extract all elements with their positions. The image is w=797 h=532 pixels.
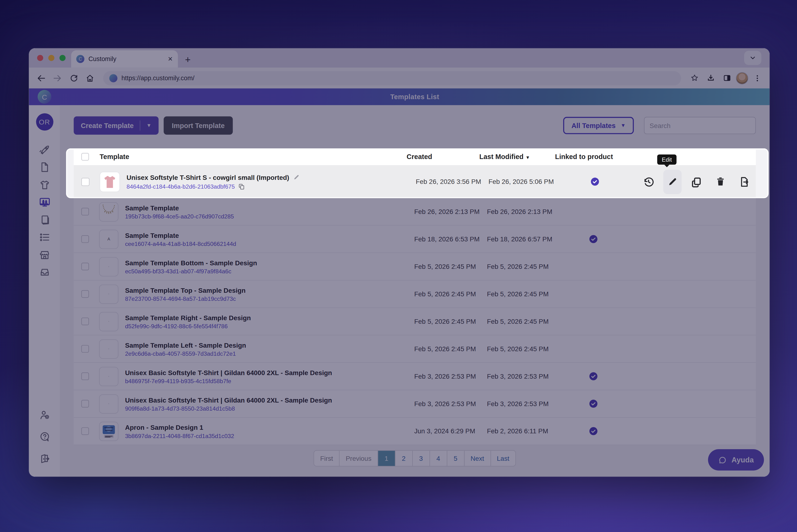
template-filter-dropdown[interactable]: All Templates ▼ <box>564 117 634 134</box>
table-row[interactable]: Unisex Softstyle T-Shirt S - cowgirl sma… <box>74 165 756 198</box>
table-row[interactable]: · Unisex Basic Softstyle T-Shirt | Gilda… <box>74 390 756 418</box>
table-row[interactable]: · Sample Template Top - Sample Design 87… <box>74 281 756 308</box>
sidebar-item-pages-icon[interactable] <box>38 213 51 227</box>
row-action-edit-pencil-icon[interactable] <box>663 169 682 194</box>
modified-cell: Feb 5, 2026 2:45 PM <box>487 318 563 325</box>
template-id-link[interactable]: b486975f-7e99-4119-b935-4c15fd58b7fe <box>125 378 231 384</box>
table-row[interactable]: A Sample Template cee16074-a44a-41a8-b18… <box>74 226 756 253</box>
tab-close-icon[interactable]: ✕ <box>168 55 173 62</box>
template-id-link[interactable]: 87e23700-8574-4694-8a57-1ab19cc9d73c <box>125 296 236 302</box>
browser-menu-icon[interactable] <box>750 71 764 85</box>
sidebar-item-file-icon[interactable] <box>38 160 51 174</box>
sidebar-item-store-icon[interactable] <box>38 248 51 262</box>
caret-down-icon[interactable]: ▼ <box>147 123 151 128</box>
template-id-link[interactable]: ec50a495-bf33-43d1-ab07-4f97a9f84a6c <box>125 268 231 274</box>
sidebar-item-help-icon[interactable] <box>38 430 51 443</box>
row-checkbox[interactable] <box>81 263 89 270</box>
favicon: C <box>76 55 84 63</box>
sidebar-item-rocket-icon[interactable] <box>38 143 51 156</box>
column-last-modified[interactable]: Last Modified ▼ <box>479 153 555 160</box>
created-cell: Feb 26, 2026 3:56 PM <box>416 178 489 185</box>
sidebar-item-list-icon[interactable] <box>38 231 51 244</box>
row-checkbox[interactable] <box>81 235 89 243</box>
template-id-link[interactable]: 909f6a8d-1a73-4d73-8550-23a814d1c5b8 <box>125 405 235 411</box>
row-action-export-icon[interactable] <box>735 170 753 193</box>
pagination-first[interactable]: First <box>314 451 339 466</box>
template-id-link[interactable]: 2e9c6d6a-cba6-4057-8559-7d3ad1dc72e1 <box>125 350 236 356</box>
new-tab-button[interactable]: + <box>185 55 191 64</box>
pagination-previous[interactable]: Previous <box>339 451 377 466</box>
download-icon[interactable] <box>704 71 718 85</box>
back-button[interactable] <box>34 71 48 85</box>
pagination-next[interactable]: Next <box>464 451 490 466</box>
sidebar-item-inbox-icon[interactable] <box>38 266 51 279</box>
row-checkbox[interactable] <box>81 373 89 380</box>
minimize-window-button[interactable] <box>48 55 54 61</box>
template-id-link[interactable]: 3b8697da-2211-4048-8f67-cd1a35d1c032 <box>125 433 234 439</box>
bookmark-star-icon[interactable] <box>687 71 701 85</box>
browser-tab[interactable]: C Customily ✕ <box>71 51 178 68</box>
template-id-link[interactable]: d52fe99c-9dfc-4192-88c6-5fe554f4f786 <box>125 323 228 329</box>
row-checkbox[interactable] <box>81 318 89 325</box>
template-name: Unisex Basic Softstyle T-Shirt | Gildan … <box>125 369 332 376</box>
row-checkbox[interactable] <box>81 208 89 215</box>
rename-pencil-icon[interactable] <box>293 174 300 181</box>
close-window-button[interactable] <box>37 55 43 61</box>
home-button[interactable] <box>83 71 97 85</box>
row-checkbox[interactable] <box>81 177 90 186</box>
template-id-link[interactable]: 195b73cb-9f68-4ce5-aa20-c76d907cd285 <box>125 213 234 220</box>
table-row[interactable]: · Sample Template Left - Sample Design 2… <box>74 335 756 363</box>
template-id-link[interactable]: cee16074-a44a-41a8-b184-8cd50662144d <box>125 241 236 247</box>
row-action-history-icon[interactable] <box>640 170 658 193</box>
sidebar-item-account-settings-icon[interactable] <box>38 408 51 421</box>
column-template[interactable]: Template <box>100 153 406 160</box>
created-cell: Feb 5, 2026 2:45 PM <box>414 345 487 353</box>
forward-button[interactable] <box>51 71 64 85</box>
column-linked[interactable]: Linked to product <box>555 153 631 160</box>
sidebar-item-design-monitor-icon[interactable] <box>38 196 51 209</box>
pagination-5[interactable]: 5 <box>447 451 464 466</box>
side-panel-icon[interactable] <box>720 71 734 85</box>
table-row[interactable]: · Sample Template Bottom - Sample Design… <box>74 253 756 281</box>
row-checkbox[interactable] <box>81 428 89 435</box>
row-checkbox[interactable] <box>81 345 89 353</box>
help-button[interactable]: Ayuda <box>708 449 764 471</box>
table-row[interactable]: · Unisex Basic Softstyle T-Shirt | Gilda… <box>74 363 756 390</box>
pagination-1[interactable]: 1 <box>377 451 395 466</box>
row-checkbox[interactable] <box>81 400 89 407</box>
create-template-button[interactable]: Create Template ▼ <box>74 116 158 135</box>
browser-toolbar: https://app.customily.com/ <box>29 68 769 89</box>
select-all-checkbox[interactable] <box>81 153 89 160</box>
column-created[interactable]: Created <box>406 153 479 160</box>
address-bar[interactable]: https://app.customily.com/ <box>103 71 681 85</box>
user-avatar[interactable]: OR <box>36 113 53 131</box>
row-action-delete-icon[interactable] <box>711 170 729 193</box>
pagination-last[interactable]: Last <box>490 451 515 466</box>
zoom-window-button[interactable] <box>59 55 65 61</box>
sidebar-item-tshirt-icon[interactable] <box>38 178 51 191</box>
sidebar-item-logout-icon[interactable] <box>38 452 51 465</box>
table-row[interactable]: Sample Template 195b73cb-9f68-4ce5-aa20-… <box>74 198 756 226</box>
linked-check-icon <box>588 234 598 244</box>
modified-cell: Feb 5, 2026 2:45 PM <box>487 290 563 298</box>
row-checkbox[interactable] <box>81 290 89 298</box>
tabstrip-chevron-button[interactable] <box>744 51 761 65</box>
reload-button[interactable] <box>67 71 81 85</box>
linked-check-icon <box>588 399 598 408</box>
pagination-4[interactable]: 4 <box>429 451 447 466</box>
row-action-duplicate-icon[interactable] <box>687 170 705 193</box>
linked-check-icon <box>588 426 598 436</box>
table-row[interactable]: Apron - Sample Design 1 3b8697da-2211-40… <box>74 418 756 445</box>
copy-id-icon[interactable] <box>238 183 245 190</box>
chevron-down-icon <box>749 54 756 61</box>
table-row[interactable]: · Sample Template Right - Sample Design … <box>74 308 756 335</box>
template-id-link[interactable]: 8464a2fd-c184-4b6a-b2d6-21063adbf675 <box>127 183 235 189</box>
import-template-button[interactable]: Import Template <box>164 116 233 135</box>
search-input[interactable] <box>644 117 756 134</box>
url-text: https://app.customily.com/ <box>121 75 194 82</box>
window-controls <box>37 55 65 61</box>
profile-avatar[interactable] <box>736 72 748 84</box>
pagination-2[interactable]: 2 <box>395 451 412 466</box>
browser-tab-strip: C Customily ✕ + <box>29 48 769 68</box>
pagination-3[interactable]: 3 <box>412 451 429 466</box>
